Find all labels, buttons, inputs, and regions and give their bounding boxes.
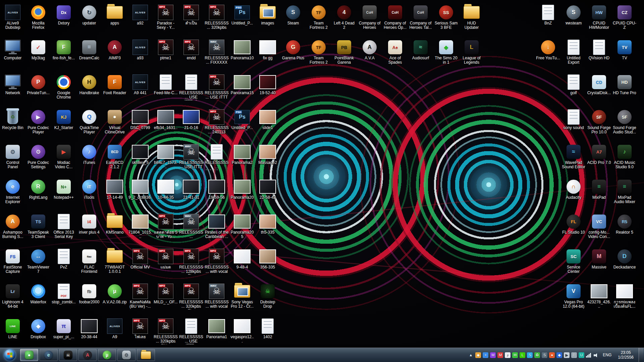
tray-security-shield-icon[interactable]: +	[483, 352, 488, 358]
desktop-icon[interactable]: πsuper_pi_...	[51, 318, 76, 350]
desktop-icon[interactable]: MP3☠ตำเป็น	[178, 4, 204, 36]
desktop-icon[interactable]: ✓Mp3tag	[25, 39, 51, 71]
desktop-icon[interactable]: QQuickTime Player	[76, 109, 102, 141]
desktop-icon[interactable]: MP3☠ptme1	[153, 39, 178, 71]
desktop-icon[interactable]: ♪ACID Music Studio 9.0	[612, 143, 637, 176]
desktop-icon[interactable]: ⚙Control Panel	[0, 143, 25, 176]
desktop-icon[interactable]: 10-44-35	[153, 178, 178, 210]
desktop-icon[interactable]: Panorama15	[229, 74, 255, 106]
desktop-icon[interactable]: 17-14-49	[102, 178, 127, 210]
desktop-icon[interactable]: CoHCompany of Heroes Op...	[382, 4, 408, 36]
desktop-icon[interactable]: TVTV	[612, 39, 637, 71]
desktop-icon[interactable]: AA.V.A	[357, 39, 382, 71]
desktop-icon[interactable]: TFTeam Fortress 2	[306, 4, 331, 36]
desktop-icon[interactable]: CDCrystalDisk...	[586, 74, 612, 106]
desktop-icon[interactable]: LrLightroom 4 64-bit	[0, 283, 25, 315]
desktop-icon[interactable]: Ffire-fish_fe...	[51, 39, 76, 71]
desktop-icon[interactable]: Pirates of the Caribbean ...	[204, 213, 229, 245]
taskbar-button-screen-recorder[interactable]: ●	[20, 349, 38, 361]
desktop-icon[interactable]: Sony Vegas Pro 12 - Cr...	[229, 283, 255, 315]
desktop-icon[interactable]: LLeague of Legends	[459, 39, 484, 71]
desktop-icon[interactable]: VCconfig-Mo... Video Con...	[586, 213, 612, 245]
desktop-icon[interactable]: TSTeamSpeak 3 Client	[25, 213, 51, 245]
desktop-icon[interactable]: WAV☠RELESSSSS... USE ITTT	[178, 143, 204, 176]
desktop-icon[interactable]: RRightLang	[25, 178, 51, 210]
desktop-icon[interactable]: MP3☠RELESSSSS... with vocal ...	[204, 248, 229, 280]
desktop-icon[interactable]: 71804_1015...	[127, 213, 153, 245]
desktop-icon[interactable]: DxDxtory	[51, 4, 76, 36]
desktop-icon[interactable]: Panorama20	[229, 178, 255, 210]
desktop-icon[interactable]: flacFLAC Frontend	[76, 248, 102, 280]
desktop-icon[interactable]: PDFstop_zombi...	[51, 283, 76, 315]
desktop-icon[interactable]: ▶Modiac Video C...	[51, 143, 76, 176]
desktop-icon[interactable]: Computer	[0, 39, 25, 71]
desktop-icon[interactable]: Feed-Me-C...	[153, 74, 178, 106]
tray-color-profile-icon[interactable]: ◆	[475, 352, 481, 358]
desktop-icon[interactable]: MP3☠แม่มด	[153, 248, 178, 280]
desktop-icon[interactable]: 1402	[255, 318, 280, 350]
desktop-icon[interactable]: DDeckadance	[612, 248, 637, 280]
desktop-icon[interactable]: RELESSSSS... USE ITTT.sfk	[178, 74, 204, 106]
desktop-icon[interactable]: RELESSSSS... 240113.mp...	[204, 143, 229, 176]
desktop-icon[interactable]: th5-335	[255, 213, 280, 245]
desktop-icon[interactable]: Office 2013 Serial Key	[51, 213, 76, 245]
desktop-icon[interactable]: ≈WavePad Sound Editor	[561, 143, 586, 176]
desktop-icon[interactable]: ALIVE9a92	[127, 4, 153, 36]
desktop-icon[interactable]: MMassive	[586, 248, 612, 280]
desktop-icon[interactable]: RELESSSSS... USE ITTT...	[178, 318, 204, 350]
desktop-icon[interactable]: SFSound Forge Pro 10.0	[586, 109, 612, 141]
start-button[interactable]	[0, 348, 19, 362]
taskbar-button-aimp-player[interactable]: A	[78, 349, 97, 361]
desktop-icon[interactable]: 20-38-44	[76, 318, 102, 350]
desktop-icon[interactable]: fbfoobar2000	[76, 283, 102, 315]
desktop-icon[interactable]: Google Chrome	[51, 74, 76, 106]
desktop-icon[interactable]: 9_2_dc6836...	[127, 178, 153, 210]
desktop-icon[interactable]: HDHD Tune Pro	[612, 74, 637, 106]
clock[interactable]: 23:05 1/2/2556	[615, 350, 636, 360]
desktop-icon[interactable]: ♻Recycle Bin	[0, 109, 25, 141]
desktop-icon[interactable]: 21-0-16	[178, 109, 204, 141]
tray-audio-manager-icon[interactable]: ♪	[505, 352, 511, 358]
desktop-icon[interactable]: QVision HD	[586, 39, 612, 71]
desktop-icon[interactable]: Untitled Export	[561, 39, 586, 71]
desktop-icon[interactable]: µA.V.A2.08.zip	[102, 283, 127, 315]
desktop-icon[interactable]: ↔TeamViewer 7	[25, 248, 51, 280]
tray-line-messenger-icon[interactable]: L	[520, 352, 525, 358]
desktop-icon[interactable]: MP3☠Official MV	[127, 248, 153, 280]
desktop-icon[interactable]: LINELINE	[0, 318, 25, 350]
desktop-icon[interactable]: A♠Ace of Spades	[382, 39, 408, 71]
desktop-icon[interactable]: GGarena Plus	[280, 39, 306, 71]
desktop-icon[interactable]: MP3☠แดดตาต้อย 5 บาท - Yo...	[153, 213, 178, 245]
desktop-icon[interactable]: skrillex_5	[127, 143, 153, 176]
desktop-icon[interactable]: HUD Updater	[459, 4, 484, 36]
desktop-icon[interactable]: MP3☠endd	[178, 39, 204, 71]
desktop-icon[interactable]: BnZ	[535, 4, 561, 36]
desktop-icon[interactable]: FLFL Studio 10	[561, 213, 586, 245]
taskbar-button-windows-explorer[interactable]	[137, 349, 155, 361]
tray-download-manager-icon[interactable]: ●	[549, 352, 555, 358]
desktop-icon[interactable]: 19-52-40	[255, 74, 280, 106]
desktop-icon[interactable]: fix gg	[255, 39, 280, 71]
desktop-icon[interactable]: TFTeam Fortress 2	[306, 39, 331, 71]
desktop-icon[interactable]: MP3☠RELESSSSS... 320kpbs FIX...	[153, 318, 178, 350]
desktop-icon[interactable]: KJKJ_Starter	[51, 109, 76, 141]
desktop-icon[interactable]: ↻updater	[76, 4, 102, 36]
taskbar-button-system-tool[interactable]: ⚙	[117, 349, 136, 361]
desktop-icon[interactable]: HHandbrake	[76, 74, 102, 106]
desktop-icon[interactable]: MP3☠RELESSSSS... 128kpbs FI...	[178, 248, 204, 280]
desktop-icon[interactable]: N+Notepad++	[51, 178, 76, 210]
desktop-icon[interactable]: WAV☠RELESSSSS... with vocal ...	[204, 283, 229, 315]
desktop-icon[interactable]: A7ACID Pro 7.0	[586, 143, 612, 176]
desktop-icon[interactable]: การmixเพลง เบื้องต้นFL...	[612, 283, 637, 315]
desktop-icon[interactable]: ALIVE9a93	[127, 39, 153, 71]
desktop-icon[interactable]: WAV☠RELESSSSS... FIXXXXX	[204, 39, 229, 71]
desktop-icon[interactable]: apps	[102, 4, 127, 36]
tray-hidden-icons-icon[interactable]: ▲	[468, 352, 474, 358]
desktop-icon[interactable]: ≡DreamCalc	[76, 39, 102, 71]
tray-sync-icon[interactable]: ♻	[534, 352, 540, 358]
taskbar-button-skull-player[interactable]: ☠	[59, 349, 77, 361]
desktop-icon[interactable]: sony sound	[561, 109, 586, 141]
desktop-icon[interactable]: SSteam	[280, 4, 306, 36]
desktop-icon[interactable]: 7TW8AIOT 1.0.0.1	[102, 248, 127, 280]
desktop-icon[interactable]: slide1	[255, 109, 280, 141]
